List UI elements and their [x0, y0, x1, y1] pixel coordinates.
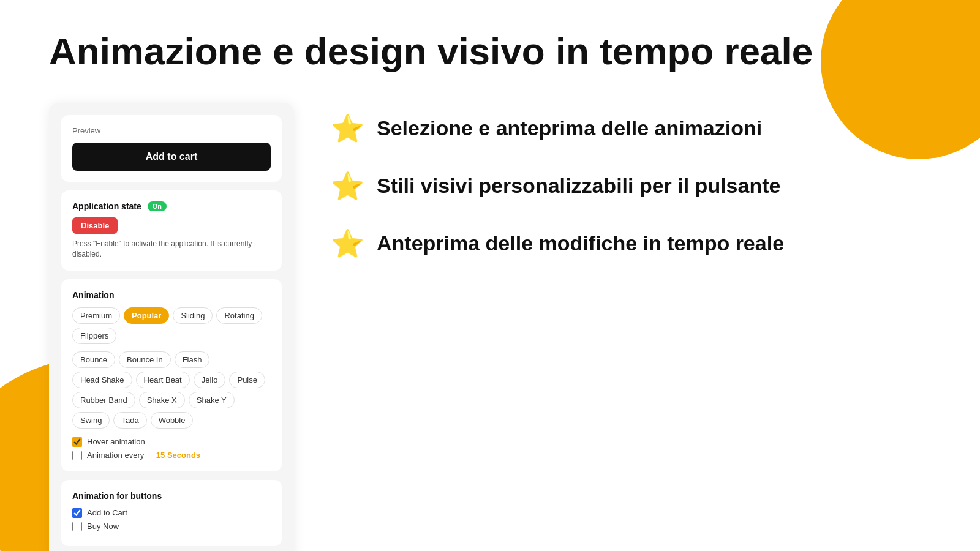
feature-item-2: ⭐ Stili visivi personalizzabili per il p…: [331, 173, 931, 200]
app-state-label: Application state: [72, 201, 141, 211]
tab-sliding[interactable]: Sliding: [173, 307, 213, 324]
animation-tabs: Premium Popular Sliding Rotating Flipper…: [72, 307, 271, 344]
tab-popular[interactable]: Popular: [124, 307, 169, 324]
feature-text-3: Anteprima delle modifiche in tempo reale: [377, 230, 784, 257]
hover-options: Hover animation Animation every 15 Secon…: [72, 437, 271, 460]
chip-jello[interactable]: Jello: [194, 372, 226, 388]
hover-animation-label: Hover animation: [87, 437, 145, 446]
feature-item-3: ⭐ Anteprima delle modifiche in tempo rea…: [331, 230, 931, 257]
animation-every-checkbox[interactable]: [72, 451, 82, 460]
add-to-cart-button[interactable]: Add to cart: [72, 143, 271, 171]
buy-now-checkbox[interactable]: [72, 522, 82, 531]
animation-chips: Bounce Bounce In Flash Head Shake Heart …: [72, 351, 271, 429]
buy-now-label: Buy Now: [87, 522, 119, 531]
feature-text-2: Stili visivi personalizzabili per il pul…: [377, 173, 780, 199]
add-to-cart-checkbox[interactable]: [72, 508, 82, 518]
chip-swing[interactable]: Swing: [72, 412, 110, 429]
chip-flash[interactable]: Flash: [175, 351, 210, 368]
app-panel: Preview Add to cart Application state On…: [49, 103, 294, 551]
chip-wobble[interactable]: Wobble: [151, 412, 194, 429]
app-state-section: Application state On Disable Press "Enab…: [61, 190, 282, 271]
chip-heart-beat[interactable]: Heart Beat: [136, 372, 190, 388]
preview-section: Preview Add to cart: [61, 115, 282, 182]
animation-title: Animation: [72, 290, 271, 300]
hover-animation-checkbox[interactable]: [72, 437, 82, 447]
add-to-cart-checkbox-row[interactable]: Add to Cart: [72, 508, 271, 518]
feature-text-1: Selezione e anteprima delle animazioni: [377, 115, 762, 141]
tab-rotating[interactable]: Rotating: [216, 307, 262, 324]
hover-animation-row[interactable]: Hover animation: [72, 437, 271, 447]
animation-every-label: Animation every: [87, 451, 144, 460]
tab-flippers[interactable]: Flippers: [72, 328, 116, 344]
feature-item-1: ⭐ Selezione e anteprima delle animazioni: [331, 115, 931, 142]
animation-every-row[interactable]: Animation every 15 Seconds: [72, 451, 271, 460]
disable-button[interactable]: Disable: [72, 217, 118, 234]
page-title: Animazione e design visivo in tempo real…: [49, 31, 931, 72]
animation-buttons-title: Animation for buttons: [72, 491, 271, 501]
chip-bounce[interactable]: Bounce: [72, 351, 115, 368]
star-icon-2: ⭐: [331, 173, 364, 200]
preview-label: Preview: [72, 126, 271, 135]
tab-premium[interactable]: Premium: [72, 307, 120, 324]
features-column: ⭐ Selezione e anteprima delle animazioni…: [331, 103, 931, 288]
add-to-cart-label: Add to Cart: [87, 508, 127, 517]
chip-shake-y[interactable]: Shake Y: [189, 392, 235, 408]
animation-buttons-section: Animation for buttons Add to Cart Buy No…: [61, 480, 282, 546]
chip-shake-x[interactable]: Shake X: [139, 392, 185, 408]
state-description: Press "Enable" to activate the applicati…: [72, 239, 271, 260]
chip-head-shake[interactable]: Head Shake: [72, 372, 132, 388]
star-icon-3: ⭐: [331, 230, 364, 257]
animation-seconds: 15 Seconds: [156, 451, 200, 460]
chip-rubber-band[interactable]: Rubber Band: [72, 392, 135, 408]
buy-now-checkbox-row[interactable]: Buy Now: [72, 522, 271, 531]
app-state-badge: On: [148, 201, 167, 211]
chip-pulse[interactable]: Pulse: [229, 372, 265, 388]
chip-tada[interactable]: Tada: [113, 412, 146, 429]
chip-bounce-in[interactable]: Bounce In: [119, 351, 171, 368]
animation-section: Animation Premium Popular Sliding Rotati…: [61, 279, 282, 471]
app-state-row: Application state On: [72, 201, 271, 211]
star-icon-1: ⭐: [331, 115, 364, 142]
